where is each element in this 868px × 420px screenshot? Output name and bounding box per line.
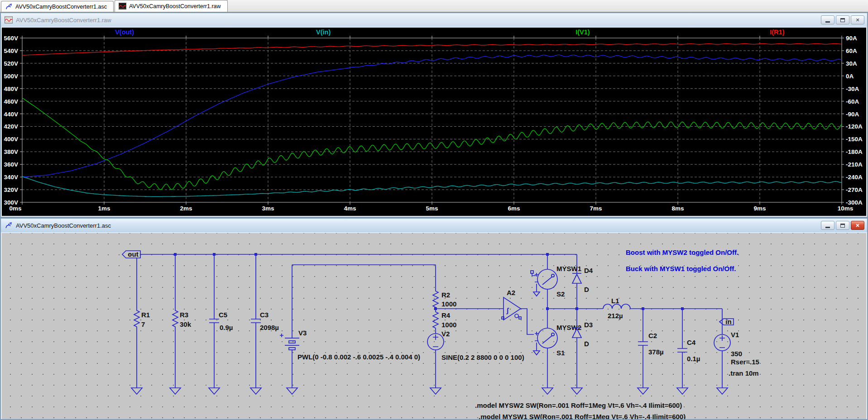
tab-waveform-raw[interactable]: AVV50xCamryBoostConverterr1.raw xyxy=(115,0,228,12)
right-axis-label: -30A xyxy=(846,86,859,92)
waveform-window-title: AVV50xCamryBoostConverterr1.raw xyxy=(16,17,818,24)
x-axis-label: 8ms xyxy=(671,205,684,212)
left-axis-label: 480V xyxy=(4,86,18,92)
x-axis-label: 5ms xyxy=(426,205,438,212)
svg-text:D4[interactable]: D4 xyxy=(584,267,593,274)
x-axis-label: 10ms xyxy=(838,205,854,212)
svg-text:R1[interactable]: R1 xyxy=(141,311,150,319)
left-axis-label: 520V xyxy=(4,60,18,67)
svg-text:1000[interactable]: 1000 xyxy=(441,300,456,308)
tab-schematic-asc[interactable]: AVV50xCamryBoostConverterr1.asc xyxy=(1,1,114,12)
svg-text:V2[interactable]: V2 xyxy=(441,330,450,338)
svg-text:MYSW1[interactable]: MYSW1 xyxy=(556,265,581,272)
svg-text:C3[interactable]: C3 xyxy=(260,311,269,319)
svg-text:1000[interactable]: 1000 xyxy=(441,321,456,329)
component-R1[interactable]: R1 7 xyxy=(134,309,150,328)
waveform-chart[interactable]: 560V90A540V60A520V30A500V0A480V-30A460V-… xyxy=(2,28,866,216)
legend-V(out)[interactable]: V(out) xyxy=(115,29,134,36)
x-axis-label: 0ms xyxy=(9,205,21,212)
schematic-titlebar[interactable]: AVV50xCamryBoostConverterr1.asc ✕ xyxy=(1,219,867,232)
trace-I(R1)[interactable] xyxy=(22,43,842,55)
component-V1[interactable]: V1 350 Rser=.15 xyxy=(714,331,759,366)
close-button[interactable]: ✕ xyxy=(851,221,864,230)
svg-text:V3[interactable]: V3 xyxy=(298,329,307,337)
component-V3[interactable]: V3 PWL(0 -0.8 0.002 -.6 0.0025 -.4 0.004… xyxy=(280,329,420,361)
legend-I(R1)[interactable]: I(R1) xyxy=(770,29,784,36)
svg-text:L1[interactable]: L1 xyxy=(611,297,619,305)
svg-text:PWL(0 -0.8 0.002 -.6 0.0025 -.[interactable]: PWL(0 -0.8 0.002 -.6 0.0025 -.4 0.004 0) xyxy=(297,353,420,361)
minimize-button[interactable] xyxy=(821,15,834,24)
minimize-button[interactable] xyxy=(821,221,834,230)
component-MYSW1-S2[interactable]: MYSW1 S2 xyxy=(531,265,581,298)
svg-text:0.9µ[interactable]: 0.9µ xyxy=(220,324,233,331)
right-axis-label: -240A xyxy=(846,174,863,181)
component-C5[interactable]: C5 0.9µ xyxy=(209,311,233,331)
svg-text:D[interactable]: D xyxy=(584,340,589,348)
x-axis-label: 1ms xyxy=(98,205,110,212)
component-MYSW2-S1[interactable]: MYSW2 S1 xyxy=(533,324,581,357)
legend-V(in)[interactable]: V(in) xyxy=(316,29,331,36)
legend-I(V1)[interactable]: I(V1) xyxy=(575,29,590,36)
svg-text:D3[interactable]: D3 xyxy=(584,321,593,329)
comment-boost[interactable]: Boost with MYSW2 toggled On/Off. xyxy=(626,248,739,256)
svg-text:378µ[interactable]: 378µ xyxy=(648,348,664,356)
svg-text:2098µ[interactable]: 2098µ xyxy=(260,324,279,331)
svg-text:in[interactable]: in xyxy=(725,318,731,325)
schematic-window-title: AVV50xCamryBoostConverterr1.asc xyxy=(16,222,818,229)
close-button[interactable]: ✕ xyxy=(851,15,864,24)
svg-text:S1[interactable]: S1 xyxy=(556,349,565,357)
directive-model-mysw2[interactable]: .model MYSW2 SW(Ron=.001 Roff=1Meg Vt=.6… xyxy=(475,401,682,409)
schmitt-icon: ∫ xyxy=(506,306,509,315)
svg-text:V1[interactable]: V1 xyxy=(731,331,739,339)
right-axis-label: -210A xyxy=(846,161,863,168)
svg-text:D[interactable]: D xyxy=(584,286,589,293)
schematic-window: AVV50xCamryBoostConverterr1.asc ✕ xyxy=(0,218,868,420)
port-flag-in[interactable]: in xyxy=(719,318,734,325)
svg-text:212µ[interactable]: 212µ xyxy=(608,312,623,320)
waveform-titlebar[interactable]: AVV50xCamryBoostConverterr1.raw ✕ xyxy=(1,13,867,27)
svg-text:out[interactable]: out xyxy=(128,250,138,258)
svg-text:C2[interactable]: C2 xyxy=(648,332,657,339)
svg-text:R4[interactable]: R4 xyxy=(441,311,451,319)
port-flag-out[interactable]: out xyxy=(122,250,140,258)
svg-text:C5[interactable]: C5 xyxy=(219,311,227,319)
left-axis-label: 340V xyxy=(4,174,18,181)
component-R4[interactable]: R4 1000 xyxy=(433,310,456,329)
svg-text:Rser=.15[interactable]: Rser=.15 xyxy=(731,358,759,366)
restore-button[interactable] xyxy=(836,15,849,24)
component-R3[interactable]: R3 30k xyxy=(173,309,192,328)
svg-text:A2[interactable]: A2 xyxy=(507,289,515,296)
component-C3[interactable]: C3 2098µ xyxy=(251,311,279,331)
right-axis-label: -270A xyxy=(846,186,863,193)
directive-model-mysw1[interactable]: .model MYSW1 SW(Ron=.001 Roff=1Meg Vt=.6… xyxy=(479,413,686,419)
component-L1[interactable]: L1 212µ xyxy=(603,297,630,320)
svg-text:30k[interactable]: 30k xyxy=(180,320,192,328)
svg-text:S2[interactable]: S2 xyxy=(556,290,565,298)
component-C2[interactable]: C2 378µ xyxy=(638,332,664,356)
svg-text:R3[interactable]: R3 xyxy=(180,311,188,319)
component-V2[interactable]: V2 SINE(0.2 2 8800 0 0 0 100) xyxy=(427,330,524,361)
restore-button[interactable] xyxy=(836,221,849,230)
svg-text:R2[interactable]: R2 xyxy=(441,291,450,299)
svg-text:0.1µ[interactable]: 0.1µ xyxy=(687,355,700,363)
left-axis-label: 560V xyxy=(4,35,18,42)
x-axis-label: 6ms xyxy=(508,205,520,212)
waveform-plot-area[interactable]: 560V90A540V60A520V30A500V0A480V-30A460V-… xyxy=(2,28,866,216)
right-axis-label: 30A xyxy=(846,60,857,67)
svg-text:7[interactable]: 7 xyxy=(141,320,145,328)
left-axis-label: 320V xyxy=(4,186,18,193)
svg-text:SINE(0.2 2 8800 0 0 0 100)[interactable]: SINE(0.2 2 8800 0 0 0 100) xyxy=(441,353,524,361)
schematic-canvas[interactable]: out R1 7 R3 30k C5 0.9µ xyxy=(2,233,866,419)
schematic-window-icon xyxy=(5,222,13,229)
component-R2[interactable]: R2 1000 xyxy=(433,290,456,309)
svg-text:C4[interactable]: C4 xyxy=(687,339,696,346)
right-axis-label: 90A xyxy=(846,35,857,42)
component-A2[interactable]: ∫ A2 xyxy=(502,289,521,320)
component-C4[interactable]: C4 0.1µ xyxy=(677,339,700,363)
left-axis-label: 500V xyxy=(4,73,18,80)
svg-text:350[interactable]: 350 xyxy=(731,350,742,358)
directive-tran[interactable]: .tran 10m xyxy=(729,369,759,377)
comment-buck[interactable]: Buck with MYSW1 toggled On/Off. xyxy=(626,265,736,272)
schematic-icon xyxy=(5,3,13,10)
right-axis-label: -150A xyxy=(846,136,863,143)
